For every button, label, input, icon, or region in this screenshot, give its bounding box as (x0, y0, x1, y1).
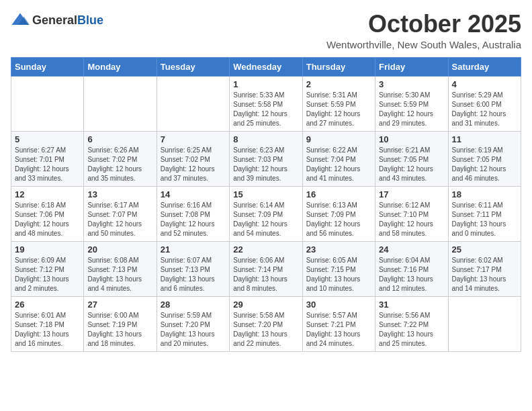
calendar-cell: 6Sunrise: 6:26 AMSunset: 7:02 PMDaylight… (84, 131, 157, 186)
calendar-week-row: 5Sunrise: 6:27 AMSunset: 7:01 PMDaylight… (11, 131, 521, 186)
day-number: 6 (87, 134, 152, 144)
day-number: 28 (161, 300, 226, 310)
day-number: 13 (87, 189, 152, 199)
day-info: Sunrise: 6:06 AMSunset: 7:14 PMDaylight:… (233, 256, 298, 293)
day-number: 19 (15, 244, 80, 255)
day-number: 27 (87, 300, 152, 310)
calendar-cell: 22Sunrise: 6:06 AMSunset: 7:14 PMDayligh… (230, 241, 302, 296)
day-info: Sunrise: 5:30 AMSunset: 5:59 PMDaylight:… (379, 91, 444, 128)
logo-text-general: General (32, 13, 77, 27)
calendar-cell (157, 76, 229, 131)
calendar-cell: 13Sunrise: 6:17 AMSunset: 7:07 PMDayligh… (84, 186, 157, 241)
day-number: 2 (306, 79, 371, 89)
calendar-cell: 15Sunrise: 6:14 AMSunset: 7:09 PMDayligh… (230, 186, 302, 241)
logo: GeneralBlue (11, 11, 103, 30)
day-info: Sunrise: 6:19 AMSunset: 7:05 PMDaylight:… (452, 146, 517, 183)
main-title: October 2025 (326, 11, 521, 38)
calendar-cell: 4Sunrise: 5:29 AMSunset: 6:00 PMDaylight… (448, 76, 521, 131)
day-number: 22 (233, 244, 298, 255)
day-info: Sunrise: 6:00 AMSunset: 7:19 PMDaylight:… (87, 311, 152, 349)
day-number: 16 (306, 189, 371, 199)
day-info: Sunrise: 5:58 AMSunset: 7:20 PMDaylight:… (233, 311, 298, 349)
day-info: Sunrise: 6:23 AMSunset: 7:03 PMDaylight:… (233, 146, 298, 183)
logo-icon (11, 11, 30, 30)
calendar-cell: 20Sunrise: 6:08 AMSunset: 7:13 PMDayligh… (84, 241, 157, 296)
calendar-cell: 29Sunrise: 5:58 AMSunset: 7:20 PMDayligh… (230, 296, 302, 351)
day-number: 10 (379, 134, 444, 144)
day-info: Sunrise: 6:25 AMSunset: 7:02 PMDaylight:… (161, 146, 226, 183)
day-info: Sunrise: 6:14 AMSunset: 7:09 PMDaylight:… (233, 201, 298, 238)
day-number: 14 (161, 189, 226, 199)
day-info: Sunrise: 6:02 AMSunset: 7:17 PMDaylight:… (452, 256, 517, 293)
calendar-week-row: 12Sunrise: 6:18 AMSunset: 7:06 PMDayligh… (11, 186, 521, 241)
calendar-cell: 24Sunrise: 6:04 AMSunset: 7:16 PMDayligh… (375, 241, 448, 296)
day-info: Sunrise: 6:12 AMSunset: 7:10 PMDaylight:… (379, 201, 444, 238)
day-number: 18 (452, 189, 517, 199)
day-number: 12 (15, 189, 80, 199)
calendar-cell: 14Sunrise: 6:16 AMSunset: 7:08 PMDayligh… (157, 186, 229, 241)
calendar-cell: 7Sunrise: 6:25 AMSunset: 7:02 PMDaylight… (157, 131, 229, 186)
calendar-cell: 19Sunrise: 6:09 AMSunset: 7:12 PMDayligh… (11, 241, 84, 296)
day-info: Sunrise: 6:22 AMSunset: 7:04 PMDaylight:… (306, 146, 371, 183)
calendar-cell: 21Sunrise: 6:07 AMSunset: 7:13 PMDayligh… (157, 241, 229, 296)
day-info: Sunrise: 5:59 AMSunset: 7:20 PMDaylight:… (161, 311, 226, 349)
day-number: 29 (233, 300, 298, 310)
day-info: Sunrise: 5:57 AMSunset: 7:21 PMDaylight:… (306, 311, 371, 349)
calendar-cell: 12Sunrise: 6:18 AMSunset: 7:06 PMDayligh… (11, 186, 84, 241)
title-area: October 2025 Wentworthville, New South W… (326, 11, 521, 50)
calendar-cell: 27Sunrise: 6:00 AMSunset: 7:19 PMDayligh… (84, 296, 157, 351)
calendar-cell: 2Sunrise: 5:31 AMSunset: 5:59 PMDaylight… (302, 76, 375, 131)
calendar-cell: 11Sunrise: 6:19 AMSunset: 7:05 PMDayligh… (448, 131, 521, 186)
calendar-week-row: 19Sunrise: 6:09 AMSunset: 7:12 PMDayligh… (11, 241, 521, 296)
calendar-cell: 31Sunrise: 5:56 AMSunset: 7:22 PMDayligh… (375, 296, 448, 351)
day-info: Sunrise: 6:18 AMSunset: 7:06 PMDaylight:… (15, 201, 80, 238)
header-saturday: Saturday (448, 57, 521, 76)
calendar-cell: 10Sunrise: 6:21 AMSunset: 7:05 PMDayligh… (375, 131, 448, 186)
calendar-cell: 9Sunrise: 6:22 AMSunset: 7:04 PMDaylight… (302, 131, 375, 186)
calendar-week-row: 26Sunrise: 6:01 AMSunset: 7:18 PMDayligh… (11, 296, 521, 351)
calendar: SundayMondayTuesdayWednesdayThursdayFrid… (11, 57, 521, 352)
header-wednesday: Wednesday (230, 57, 302, 76)
header-monday: Monday (84, 57, 157, 76)
day-number: 9 (306, 134, 371, 144)
day-number: 7 (161, 134, 226, 144)
day-number: 3 (379, 79, 444, 89)
day-number: 30 (306, 300, 371, 310)
day-info: Sunrise: 5:31 AMSunset: 5:59 PMDaylight:… (306, 91, 371, 128)
calendar-cell: 25Sunrise: 6:02 AMSunset: 7:17 PMDayligh… (448, 241, 521, 296)
day-number: 31 (379, 300, 444, 310)
calendar-cell (84, 76, 157, 131)
calendar-cell: 8Sunrise: 6:23 AMSunset: 7:03 PMDaylight… (230, 131, 302, 186)
calendar-cell: 28Sunrise: 5:59 AMSunset: 7:20 PMDayligh… (157, 296, 229, 351)
day-info: Sunrise: 6:05 AMSunset: 7:15 PMDaylight:… (306, 256, 371, 293)
day-info: Sunrise: 5:33 AMSunset: 5:58 PMDaylight:… (233, 91, 298, 128)
calendar-week-row: 1Sunrise: 5:33 AMSunset: 5:58 PMDaylight… (11, 76, 521, 131)
day-number: 11 (452, 134, 517, 144)
calendar-cell: 16Sunrise: 6:13 AMSunset: 7:09 PMDayligh… (302, 186, 375, 241)
day-info: Sunrise: 6:08 AMSunset: 7:13 PMDaylight:… (87, 256, 152, 293)
day-number: 24 (379, 244, 444, 255)
calendar-cell: 18Sunrise: 6:11 AMSunset: 7:11 PMDayligh… (448, 186, 521, 241)
day-number: 5 (15, 134, 80, 144)
calendar-cell: 17Sunrise: 6:12 AMSunset: 7:10 PMDayligh… (375, 186, 448, 241)
calendar-cell: 26Sunrise: 6:01 AMSunset: 7:18 PMDayligh… (11, 296, 84, 351)
day-info: Sunrise: 6:27 AMSunset: 7:01 PMDaylight:… (15, 146, 80, 183)
day-info: Sunrise: 6:26 AMSunset: 7:02 PMDaylight:… (87, 146, 152, 183)
calendar-cell: 5Sunrise: 6:27 AMSunset: 7:01 PMDaylight… (11, 131, 84, 186)
calendar-header-row: SundayMondayTuesdayWednesdayThursdayFrid… (11, 57, 521, 76)
day-info: Sunrise: 6:21 AMSunset: 7:05 PMDaylight:… (379, 146, 444, 183)
day-number: 25 (452, 244, 517, 255)
header-sunday: Sunday (11, 57, 84, 76)
day-info: Sunrise: 6:11 AMSunset: 7:11 PMDaylight:… (452, 201, 517, 238)
logo-text-blue: Blue (77, 13, 103, 27)
day-info: Sunrise: 6:13 AMSunset: 7:09 PMDaylight:… (306, 201, 371, 238)
day-number: 23 (306, 244, 371, 255)
day-info: Sunrise: 6:07 AMSunset: 7:13 PMDaylight:… (161, 256, 226, 293)
header-friday: Friday (375, 57, 448, 76)
header-thursday: Thursday (302, 57, 375, 76)
day-number: 26 (15, 300, 80, 310)
day-info: Sunrise: 6:17 AMSunset: 7:07 PMDaylight:… (87, 201, 152, 238)
subtitle: Wentworthville, New South Wales, Austral… (326, 39, 521, 50)
day-info: Sunrise: 6:16 AMSunset: 7:08 PMDaylight:… (161, 201, 226, 238)
header-tuesday: Tuesday (157, 57, 229, 76)
